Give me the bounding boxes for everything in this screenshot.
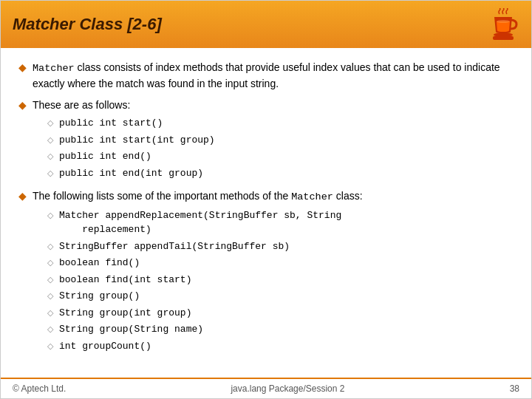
sub-3-icon: ◇ (47, 151, 53, 161)
sub-4-icon: ◇ (47, 168, 53, 178)
sub-item-7: ◇ boolean find() (47, 256, 363, 270)
sub-item-11: ◇ String group(String name) (47, 322, 363, 337)
sub-5-icon: ◇ (47, 211, 53, 220)
sub-item-9: ◇ String group() (47, 289, 363, 304)
matcher-code-2: Matcher (291, 191, 333, 202)
sub-2-text: public int start(int group) (59, 133, 215, 148)
sub-1-icon: ◇ (47, 118, 53, 128)
sub-item-12: ◇ int groupCount() (47, 339, 363, 354)
bullet-2-text: These are as follows: (33, 99, 130, 111)
bullet-3-text: The following lists some of the importan… (33, 190, 363, 202)
bullet-3-content: The following lists some of the importan… (33, 188, 363, 355)
sub-9-text: String group() (59, 289, 140, 304)
sub-item-2: ◇ public int start(int group) (47, 133, 215, 148)
slide: Matcher Class [2-6] (0, 0, 532, 399)
sub-11-icon: ◇ (47, 324, 53, 334)
sub-10-text: String group(int group) (59, 306, 191, 321)
sub-8-icon: ◇ (47, 275, 53, 284)
sub-item-1: ◇ public int start() (47, 116, 215, 131)
slide-header: Matcher Class [2-6] (1, 1, 531, 48)
bullet-2: ◆ These are as follows: ◇ public int sta… (18, 98, 514, 183)
bullet-2-content: These are as follows: ◇ public int start… (33, 98, 215, 183)
sub-3-text: public int end() (59, 149, 151, 164)
sub-item-8: ◇ boolean find(int start) (47, 273, 363, 287)
sub-8-text: boolean find(int start) (59, 273, 191, 287)
bullet-1-icon: ◆ (18, 61, 27, 73)
bullet-2-subitems: ◇ public int start() ◇ public int start(… (47, 116, 215, 180)
footer-session: java.lang Package/Session 2 (231, 383, 344, 394)
java-logo (487, 8, 519, 41)
footer-copyright: © Aptech Ltd. (13, 383, 66, 394)
bullet-3-icon: ◆ (18, 190, 27, 202)
sub-2-icon: ◇ (47, 135, 53, 145)
svg-point-0 (497, 20, 510, 23)
footer-page-number: 38 (510, 383, 519, 394)
sub-9-icon: ◇ (47, 291, 53, 301)
bullet-3-subitems: ◇ Matcher appendReplacement(StringBuffer… (47, 208, 363, 354)
sub-item-6: ◇ StringBuffer appendTail(StringBuffer s… (47, 239, 363, 254)
bullet-1: ◆ Matcher class consists of index method… (18, 60, 514, 92)
slide-footer: © Aptech Ltd. java.lang Package/Session … (1, 378, 531, 398)
sub-7-text: boolean find() (59, 256, 140, 270)
bullet-1-text: Matcher class consists of index methods … (33, 60, 514, 92)
sub-4-text: public int end(int group) (59, 166, 203, 181)
sub-5-text: Matcher appendReplacement(StringBuffer s… (59, 208, 341, 237)
sub-item-3: ◇ public int end() (47, 149, 215, 164)
sub-item-4: ◇ public int end(int group) (47, 166, 215, 181)
sub-6-text: StringBuffer appendTail(StringBuffer sb) (59, 239, 290, 254)
slide-title: Matcher Class [2-6] (13, 15, 162, 34)
bullet-2-icon: ◆ (18, 99, 27, 111)
slide-content: ◆ Matcher class consists of index method… (1, 48, 531, 378)
sub-6-icon: ◇ (47, 242, 53, 251)
sub-12-text: int groupCount() (59, 339, 151, 354)
matcher-code-1: Matcher (33, 63, 75, 74)
sub-10-icon: ◇ (47, 308, 53, 318)
sub-7-icon: ◇ (47, 258, 53, 267)
sub-1-text: public int start() (59, 116, 163, 131)
svg-rect-2 (493, 36, 514, 40)
sub-11-text: String group(String name) (59, 322, 203, 337)
sub-item-5: ◇ Matcher appendReplacement(StringBuffer… (47, 208, 363, 237)
sub-12-icon: ◇ (47, 341, 53, 351)
bullet-3: ◆ The following lists some of the import… (18, 188, 514, 355)
sub-item-10: ◇ String group(int group) (47, 306, 363, 321)
